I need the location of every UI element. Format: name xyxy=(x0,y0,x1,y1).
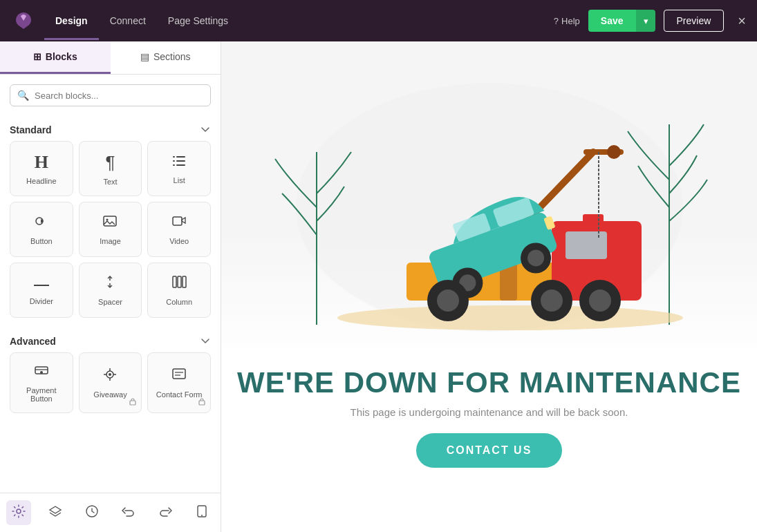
block-headline[interactable]: H Headline xyxy=(10,141,73,196)
svg-point-37 xyxy=(337,305,683,330)
svg-rect-0 xyxy=(176,156,185,158)
tab-blocks[interactable]: ⊞ Blocks xyxy=(0,41,111,74)
contact-form-lock-icon xyxy=(198,396,206,408)
button-icon xyxy=(34,213,49,233)
blocks-icon: ⊞ xyxy=(33,51,41,62)
chevron-down-icon-2 xyxy=(200,336,211,347)
advanced-label: Advanced xyxy=(10,336,56,347)
settings-icon xyxy=(12,504,26,522)
block-list[interactable]: List xyxy=(147,141,211,196)
sidebar: ⊞ Blocks ▤ Sections 🔍 Standard H xyxy=(0,41,221,532)
canvas: ‹ xyxy=(221,41,757,532)
giveaway-label: Giveaway xyxy=(93,390,127,399)
redo-footer-button[interactable] xyxy=(153,500,178,525)
close-button[interactable]: × xyxy=(738,13,746,29)
svg-point-20 xyxy=(109,373,111,376)
chevron-down-icon xyxy=(200,124,211,135)
search-icon: 🔍 xyxy=(17,90,29,101)
page-content: WE'RE DOWN FOR MAINTENANCE This page is … xyxy=(221,41,757,532)
topbar: Design Connect Page Settings ? Help Save… xyxy=(0,0,757,41)
svg-point-46 xyxy=(607,145,621,159)
advanced-blocks-grid: Payment Button Giveaway Contact Form xyxy=(10,352,211,413)
block-text[interactable]: ¶ Text xyxy=(79,141,142,196)
headline-icon: H xyxy=(35,152,48,173)
divider-label: Divider xyxy=(30,297,53,305)
canvas-inner: WE'RE DOWN FOR MAINTENANCE This page is … xyxy=(221,41,757,532)
svg-rect-5 xyxy=(173,164,175,166)
svg-point-30 xyxy=(17,509,21,513)
preview-button[interactable]: Preview xyxy=(664,10,725,32)
video-label: Video xyxy=(169,237,189,245)
block-divider[interactable]: Divider xyxy=(10,263,73,318)
nav-page-settings[interactable]: Page Settings xyxy=(157,11,239,30)
payment-button-icon xyxy=(34,363,49,382)
sidebar-tabs: ⊞ Blocks ▤ Sections xyxy=(0,41,221,75)
maintenance-subtitle: This page is undergoing maintenance and … xyxy=(351,406,628,418)
redo-icon xyxy=(158,504,172,522)
contact-form-label: Contact Form xyxy=(156,390,203,399)
help-icon: ? xyxy=(554,16,559,26)
save-group: Save ▾ xyxy=(588,10,655,32)
contact-form-icon xyxy=(171,367,187,386)
svg-rect-3 xyxy=(173,160,175,162)
text-label: Text xyxy=(103,178,117,186)
giveaway-lock-icon xyxy=(129,396,137,408)
block-button[interactable]: Button xyxy=(10,202,73,257)
divider-icon xyxy=(34,275,49,293)
search-input[interactable] xyxy=(35,91,203,101)
svg-rect-14 xyxy=(178,276,181,287)
tow-truck-illustration xyxy=(254,69,725,332)
svg-rect-40 xyxy=(566,231,607,259)
sidebar-search-area: 🔍 xyxy=(0,75,221,112)
undo-footer-button[interactable] xyxy=(116,500,141,525)
block-contact-form[interactable]: Contact Form xyxy=(147,352,211,413)
block-column[interactable]: Column xyxy=(147,263,211,318)
nav-design[interactable]: Design xyxy=(44,11,99,30)
block-image[interactable]: Image xyxy=(79,202,142,257)
layers-footer-button[interactable] xyxy=(43,500,68,525)
block-video[interactable]: Video xyxy=(147,202,211,257)
svg-rect-2 xyxy=(176,160,185,162)
standard-section-header[interactable]: Standard xyxy=(10,117,211,141)
advanced-section-header[interactable]: Advanced xyxy=(10,329,211,352)
save-dropdown-button[interactable]: ▾ xyxy=(636,10,655,32)
maintenance-title: WE'RE DOWN FOR MAINTENANCE xyxy=(237,366,741,399)
nav-connect[interactable]: Connect xyxy=(99,11,157,30)
device-footer-button[interactable] xyxy=(189,500,214,525)
logo xyxy=(11,8,36,33)
block-payment-button[interactable]: Payment Button xyxy=(10,352,73,413)
svg-rect-1 xyxy=(173,156,175,158)
clock-icon xyxy=(85,504,99,522)
contact-us-button[interactable]: CONTACT US xyxy=(416,433,563,468)
save-button[interactable]: Save xyxy=(588,10,636,32)
image-label: Image xyxy=(100,237,121,245)
top-nav: Design Connect Page Settings xyxy=(44,11,554,30)
topbar-right: ? Help Save ▾ Preview × xyxy=(554,10,746,32)
block-giveaway[interactable]: Giveaway xyxy=(79,352,142,413)
text-icon: ¶ xyxy=(106,152,115,173)
undo-icon xyxy=(122,504,135,522)
tab-sections[interactable]: ▤ Sections xyxy=(111,41,221,74)
illustration-area xyxy=(221,41,757,359)
column-label: Column xyxy=(166,298,192,306)
device-icon xyxy=(195,504,209,522)
column-icon xyxy=(171,274,187,294)
help-button[interactable]: ? Help xyxy=(554,16,580,26)
svg-rect-4 xyxy=(176,164,185,166)
svg-point-57 xyxy=(437,289,459,312)
history-footer-button[interactable] xyxy=(80,500,104,525)
image-icon xyxy=(102,213,118,233)
settings-footer-button[interactable] xyxy=(6,500,31,525)
svg-point-8 xyxy=(106,219,109,221)
video-icon xyxy=(171,213,187,233)
giveaway-icon xyxy=(102,367,118,386)
svg-rect-13 xyxy=(173,276,176,287)
block-spacer[interactable]: Spacer xyxy=(79,263,142,318)
svg-point-59 xyxy=(541,289,563,312)
sections-icon: ▤ xyxy=(140,51,149,62)
sidebar-footer xyxy=(0,493,221,532)
layers-icon xyxy=(48,504,62,522)
svg-rect-29 xyxy=(199,401,205,405)
list-label: List xyxy=(174,176,185,184)
search-wrap: 🔍 xyxy=(10,84,211,106)
